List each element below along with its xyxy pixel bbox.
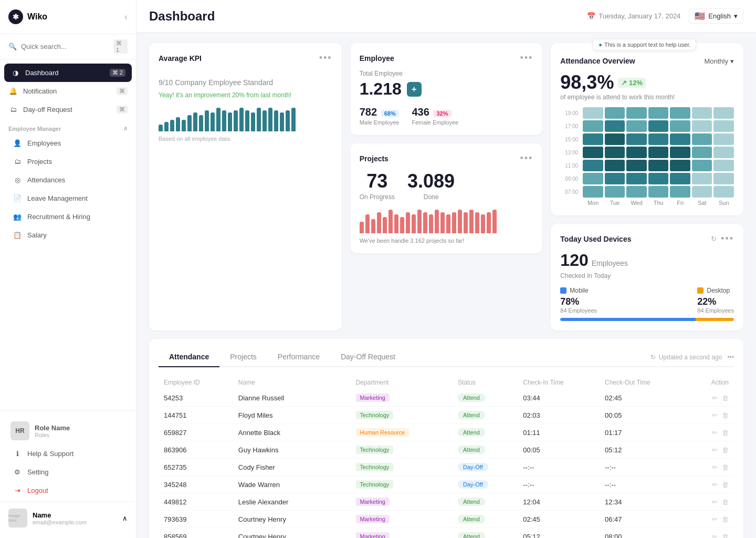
sidebar-item-recruitment[interactable]: 👥 Recruitment & Hiring [4, 208, 136, 226]
heatmap-cell [648, 173, 669, 184]
sidebar-item-help[interactable]: ℹ Help & Support [4, 444, 132, 463]
tab-attendance[interactable]: Attendance [159, 348, 219, 367]
heatmap-day-label: Fri [670, 200, 690, 206]
heatmap-time-label: 07:00 [560, 186, 581, 198]
department-badge: Human Resource [356, 428, 410, 437]
kpi-bar-item [176, 117, 180, 131]
col-employee-id: Employee ID [159, 376, 233, 389]
project-bar-item [371, 219, 375, 233]
checkout-cell: 02:45 [600, 389, 689, 407]
edit-icon[interactable]: ✏ [712, 481, 718, 489]
table-menu-button[interactable]: ••• [727, 354, 734, 361]
delete-icon[interactable]: 🗑 [722, 411, 729, 419]
heatmap-cell [626, 120, 647, 132]
delete-icon[interactable]: 🗑 [722, 446, 729, 454]
search-input[interactable] [21, 43, 109, 50]
tab-performance[interactable]: Performance [267, 348, 330, 367]
tab-dayoff[interactable]: Day-Off Request [330, 348, 406, 367]
delete-icon[interactable]: 🗑 [722, 481, 729, 489]
kpi-bar-item [228, 112, 232, 131]
setting-icon: ⚙ [13, 468, 22, 476]
add-employee-button[interactable]: + [407, 82, 422, 97]
search-bar[interactable]: 🔍 ⌘ 1 [0, 34, 136, 59]
delete-icon[interactable]: 🗑 [722, 463, 729, 471]
page-title: Dashboard [149, 9, 215, 24]
department-badge: Marketing [356, 394, 390, 402]
app-name: Wiko [27, 12, 47, 22]
collapse-sidebar-button[interactable]: ‹ [124, 12, 128, 23]
edit-icon[interactable]: ✏ [712, 411, 718, 419]
project-bar-item [423, 212, 427, 234]
projects-menu-button[interactable]: ••• [520, 153, 533, 164]
heatmap-cell [692, 186, 712, 198]
heatmap-cell [670, 107, 690, 119]
heatmap-cell [713, 147, 734, 158]
sidebar-item-salary[interactable]: 📋 Salary [4, 226, 136, 244]
projects-stats: 73 On Progress 3.089 Done [360, 170, 533, 201]
action-cell: ✏ 🗑 [689, 407, 734, 424]
checkin-cell: 12:04 [518, 493, 600, 511]
attendance-table: Employee ID Name Department Status Check… [159, 376, 734, 538]
project-bar-item [400, 217, 404, 234]
sidebar-item-logout[interactable]: ⇥ Logout [4, 481, 132, 500]
user-profile-area[interactable]: Image here Name email@example.com ∧ [0, 502, 136, 534]
sidebar-item-dayoff[interactable]: 🗂 Day-off Request ⌘ [0, 100, 136, 119]
edit-icon[interactable]: ✏ [712, 446, 718, 454]
table-row: 449812 Leslie Alexander Marketing Attend… [159, 493, 734, 511]
devices-card: Today Used Devices ↻ ••• 120 Employees C… [551, 224, 743, 330]
table-head: Employee ID Name Department Status Check… [159, 376, 734, 389]
sidebar-item-attendances[interactable]: ◎ Attendances [4, 171, 136, 189]
heatmap-cell [713, 186, 734, 198]
monthly-selector[interactable]: Monthly ▾ [704, 57, 734, 65]
devices-menu-button[interactable]: ••• [721, 233, 734, 244]
edit-icon[interactable]: ✏ [712, 498, 718, 506]
heatmap-cell [670, 133, 690, 145]
employee-menu-button[interactable]: ••• [520, 53, 533, 64]
delete-icon[interactable]: 🗑 [722, 498, 729, 506]
language-selector[interactable]: 🇺🇸 English ▾ [689, 8, 743, 24]
refresh-icon[interactable]: ↻ [711, 235, 717, 243]
edit-icon[interactable]: ✏ [712, 533, 718, 539]
project-bar-item [383, 217, 387, 234]
kpi-bar-item [245, 110, 249, 132]
sidebar-item-setting[interactable]: ⚙ Setting [4, 463, 132, 481]
sidebar-item-projects[interactable]: 🗂 Projects [4, 152, 136, 171]
delete-icon[interactable]: 🗑 [722, 394, 729, 402]
edit-icon[interactable]: ✏ [712, 463, 718, 471]
delete-icon[interactable]: 🗑 [722, 533, 729, 539]
projects-footnote: We've been handle 3.162 projects so far! [360, 237, 533, 244]
user-expand-icon[interactable]: ∧ [122, 514, 128, 522]
status-cell: Attend [453, 511, 518, 528]
delete-icon[interactable]: 🗑 [722, 429, 729, 437]
heatmap-cell [605, 160, 625, 171]
kpi-menu-button[interactable]: ••• [319, 53, 332, 64]
project-bar-item [487, 212, 491, 234]
heatmap-cell [605, 107, 625, 119]
sidebar-item-employees[interactable]: 👤 Employees [4, 134, 136, 152]
edit-icon[interactable]: ✏ [712, 394, 718, 402]
employee-id-cell: 144751 [159, 407, 233, 424]
sidebar-item-dashboard[interactable]: ◑ Dashboard ⌘ 2 [4, 64, 132, 82]
edit-icon[interactable]: ✏ [712, 515, 718, 523]
col-name: Name [233, 376, 351, 389]
department-cell: Marketing [351, 493, 453, 511]
recruitment-icon: 👥 [13, 213, 22, 221]
date-text: Tuesday, January 17, 2024 [598, 12, 680, 20]
kpi-bar-item [193, 112, 197, 131]
sidebar-item-leave[interactable]: 📄 Leave Management [4, 189, 136, 208]
delete-icon[interactable]: 🗑 [722, 515, 729, 523]
attendance-overview-card: ● This is a support text to help user. A… [551, 43, 743, 215]
status-badge: Day-Off [458, 463, 488, 471]
employee-manager-section: Employee Manager ∧ [0, 119, 136, 134]
total-employee-value: 1.218 + [360, 79, 533, 99]
female-employee: 436 32% Female Employee [412, 106, 458, 126]
kpi-bar-item [187, 115, 192, 132]
employee-name-cell: Floyd Miles [233, 407, 351, 424]
project-bar-item [492, 210, 497, 233]
heatmap-day-label: Wed [626, 200, 647, 206]
edit-icon[interactable]: ✏ [712, 429, 718, 437]
sidebar-item-notification[interactable]: 🔔 Notification ⌘ [0, 82, 136, 100]
tab-projects[interactable]: Projects [219, 348, 267, 367]
heatmap-time-label: 09:00 [560, 173, 581, 184]
checkout-cell: 05:12 [600, 441, 689, 459]
